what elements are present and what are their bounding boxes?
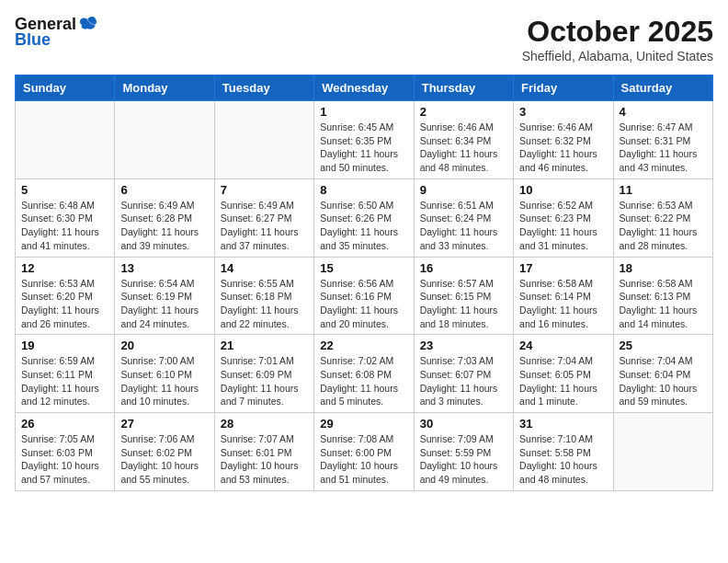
day-number: 22 bbox=[320, 339, 407, 352]
calendar-week-row: 26Sunrise: 7:05 AM Sunset: 6:03 PM Dayli… bbox=[16, 413, 713, 491]
calendar-day-8: 8Sunrise: 6:50 AM Sunset: 6:26 PM Daylig… bbox=[314, 178, 414, 257]
day-info: Sunrise: 6:52 AM Sunset: 6:23 PM Dayligh… bbox=[519, 199, 607, 253]
calendar-day-19: 19Sunrise: 6:59 AM Sunset: 6:11 PM Dayli… bbox=[16, 335, 115, 413]
day-number: 6 bbox=[120, 183, 208, 197]
day-info: Sunrise: 6:46 AM Sunset: 6:32 PM Dayligh… bbox=[519, 121, 607, 175]
calendar-day-9: 9Sunrise: 6:51 AM Sunset: 6:24 PM Daylig… bbox=[414, 178, 513, 257]
calendar-day-27: 27Sunrise: 7:06 AM Sunset: 6:02 PM Dayli… bbox=[115, 413, 214, 491]
day-info: Sunrise: 6:49 AM Sunset: 6:28 PM Dayligh… bbox=[120, 199, 208, 253]
logo-bird-icon bbox=[78, 16, 98, 34]
day-number: 25 bbox=[620, 339, 707, 352]
calendar-day-21: 21Sunrise: 7:01 AM Sunset: 6:09 PM Dayli… bbox=[214, 335, 313, 413]
day-info: Sunrise: 7:06 AM Sunset: 6:02 PM Dayligh… bbox=[120, 432, 208, 487]
day-info: Sunrise: 6:47 AM Sunset: 6:31 PM Dayligh… bbox=[620, 121, 707, 175]
day-info: Sunrise: 7:05 AM Sunset: 6:03 PM Dayligh… bbox=[21, 432, 108, 487]
day-number: 18 bbox=[620, 261, 707, 275]
location-text: Sheffield, Alabama, United States bbox=[522, 49, 713, 63]
day-number: 20 bbox=[120, 339, 208, 352]
day-info: Sunrise: 6:50 AM Sunset: 6:26 PM Dayligh… bbox=[320, 199, 407, 253]
weekday-header-row: SundayMondayTuesdayWednesdayThursdayFrid… bbox=[16, 75, 713, 101]
calendar-day-29: 29Sunrise: 7:08 AM Sunset: 6:00 PM Dayli… bbox=[314, 413, 414, 491]
title-section: October 2025 Sheffield, Alabama, United … bbox=[522, 15, 713, 63]
calendar-empty-cell bbox=[214, 101, 313, 179]
day-info: Sunrise: 6:58 AM Sunset: 6:14 PM Dayligh… bbox=[519, 277, 607, 331]
calendar-week-row: 19Sunrise: 6:59 AM Sunset: 6:11 PM Dayli… bbox=[16, 335, 713, 413]
day-info: Sunrise: 7:09 AM Sunset: 5:59 PM Dayligh… bbox=[420, 432, 507, 487]
day-number: 13 bbox=[120, 261, 208, 275]
calendar-day-10: 10Sunrise: 6:52 AM Sunset: 6:23 PM Dayli… bbox=[514, 178, 613, 257]
calendar-day-17: 17Sunrise: 6:58 AM Sunset: 6:14 PM Dayli… bbox=[514, 257, 613, 335]
day-number: 16 bbox=[420, 261, 507, 275]
calendar-day-14: 14Sunrise: 6:55 AM Sunset: 6:18 PM Dayli… bbox=[214, 257, 313, 335]
day-info: Sunrise: 6:46 AM Sunset: 6:34 PM Dayligh… bbox=[420, 121, 507, 175]
calendar-day-28: 28Sunrise: 7:07 AM Sunset: 6:01 PM Dayli… bbox=[214, 413, 313, 491]
calendar-week-row: 5Sunrise: 6:48 AM Sunset: 6:30 PM Daylig… bbox=[16, 178, 713, 257]
logo-blue-text: Blue bbox=[15, 30, 51, 50]
weekday-header-wednesday: Wednesday bbox=[314, 75, 414, 101]
day-number: 4 bbox=[620, 105, 707, 119]
calendar-day-7: 7Sunrise: 6:49 AM Sunset: 6:27 PM Daylig… bbox=[214, 178, 313, 257]
day-number: 31 bbox=[519, 417, 607, 431]
day-info: Sunrise: 7:08 AM Sunset: 6:00 PM Dayligh… bbox=[320, 432, 407, 487]
day-info: Sunrise: 7:07 AM Sunset: 6:01 PM Dayligh… bbox=[221, 432, 308, 487]
day-info: Sunrise: 7:01 AM Sunset: 6:09 PM Dayligh… bbox=[221, 354, 308, 408]
weekday-header-thursday: Thursday bbox=[414, 75, 513, 101]
day-number: 2 bbox=[420, 105, 507, 119]
calendar-day-2: 2Sunrise: 6:46 AM Sunset: 6:34 PM Daylig… bbox=[414, 101, 513, 179]
day-info: Sunrise: 7:04 AM Sunset: 6:04 PM Dayligh… bbox=[620, 354, 707, 408]
calendar-day-30: 30Sunrise: 7:09 AM Sunset: 5:59 PM Dayli… bbox=[414, 413, 513, 491]
day-number: 30 bbox=[420, 417, 507, 431]
calendar-day-12: 12Sunrise: 6:53 AM Sunset: 6:20 PM Dayli… bbox=[16, 257, 115, 335]
day-number: 14 bbox=[221, 261, 308, 275]
day-number: 19 bbox=[21, 339, 108, 352]
day-info: Sunrise: 7:03 AM Sunset: 6:07 PM Dayligh… bbox=[420, 354, 507, 408]
day-number: 23 bbox=[420, 339, 507, 352]
calendar-day-18: 18Sunrise: 6:58 AM Sunset: 6:13 PM Dayli… bbox=[613, 257, 712, 335]
calendar-day-23: 23Sunrise: 7:03 AM Sunset: 6:07 PM Dayli… bbox=[414, 335, 513, 413]
day-number: 28 bbox=[221, 417, 308, 431]
day-info: Sunrise: 7:00 AM Sunset: 6:10 PM Dayligh… bbox=[120, 354, 208, 408]
calendar-day-11: 11Sunrise: 6:53 AM Sunset: 6:22 PM Dayli… bbox=[613, 178, 712, 257]
calendar-day-20: 20Sunrise: 7:00 AM Sunset: 6:10 PM Dayli… bbox=[115, 335, 214, 413]
calendar-day-16: 16Sunrise: 6:57 AM Sunset: 6:15 PM Dayli… bbox=[414, 257, 513, 335]
day-info: Sunrise: 6:45 AM Sunset: 6:35 PM Dayligh… bbox=[320, 121, 407, 175]
calendar-week-row: 1Sunrise: 6:45 AM Sunset: 6:35 PM Daylig… bbox=[16, 101, 713, 179]
day-info: Sunrise: 6:58 AM Sunset: 6:13 PM Dayligh… bbox=[620, 277, 707, 331]
day-info: Sunrise: 6:54 AM Sunset: 6:19 PM Dayligh… bbox=[120, 277, 208, 331]
calendar-day-15: 15Sunrise: 6:56 AM Sunset: 6:16 PM Dayli… bbox=[314, 257, 414, 335]
day-info: Sunrise: 6:48 AM Sunset: 6:30 PM Dayligh… bbox=[21, 199, 108, 253]
day-number: 29 bbox=[320, 417, 407, 431]
day-number: 3 bbox=[519, 105, 607, 119]
calendar-day-31: 31Sunrise: 7:10 AM Sunset: 5:58 PM Dayli… bbox=[514, 413, 613, 491]
calendar-day-4: 4Sunrise: 6:47 AM Sunset: 6:31 PM Daylig… bbox=[613, 101, 712, 179]
day-number: 26 bbox=[21, 417, 108, 431]
calendar-day-5: 5Sunrise: 6:48 AM Sunset: 6:30 PM Daylig… bbox=[16, 178, 115, 257]
day-info: Sunrise: 6:55 AM Sunset: 6:18 PM Dayligh… bbox=[221, 277, 308, 331]
calendar-table: SundayMondayTuesdayWednesdayThursdayFrid… bbox=[15, 75, 713, 491]
day-number: 5 bbox=[21, 183, 108, 197]
day-info: Sunrise: 6:49 AM Sunset: 6:27 PM Dayligh… bbox=[221, 199, 308, 253]
calendar-day-1: 1Sunrise: 6:45 AM Sunset: 6:35 PM Daylig… bbox=[314, 101, 414, 179]
day-number: 24 bbox=[519, 339, 607, 352]
day-info: Sunrise: 6:53 AM Sunset: 6:20 PM Dayligh… bbox=[21, 277, 108, 331]
logo: General Blue bbox=[15, 15, 98, 50]
calendar-empty-cell bbox=[115, 101, 214, 179]
day-number: 10 bbox=[519, 183, 607, 197]
day-number: 12 bbox=[21, 261, 108, 275]
weekday-header-sunday: Sunday bbox=[16, 75, 115, 101]
weekday-header-saturday: Saturday bbox=[613, 75, 712, 101]
day-info: Sunrise: 6:59 AM Sunset: 6:11 PM Dayligh… bbox=[21, 354, 108, 408]
weekday-header-monday: Monday bbox=[115, 75, 214, 101]
day-info: Sunrise: 6:56 AM Sunset: 6:16 PM Dayligh… bbox=[320, 277, 407, 331]
day-number: 11 bbox=[620, 183, 707, 197]
day-number: 17 bbox=[519, 261, 607, 275]
day-number: 1 bbox=[320, 105, 407, 119]
calendar-empty-cell bbox=[16, 101, 115, 179]
calendar-day-22: 22Sunrise: 7:02 AM Sunset: 6:08 PM Dayli… bbox=[314, 335, 414, 413]
month-title: October 2025 bbox=[522, 15, 713, 49]
day-info: Sunrise: 6:53 AM Sunset: 6:22 PM Dayligh… bbox=[620, 199, 707, 253]
weekday-header-friday: Friday bbox=[514, 75, 613, 101]
calendar-week-row: 12Sunrise: 6:53 AM Sunset: 6:20 PM Dayli… bbox=[16, 257, 713, 335]
calendar-day-26: 26Sunrise: 7:05 AM Sunset: 6:03 PM Dayli… bbox=[16, 413, 115, 491]
calendar-day-6: 6Sunrise: 6:49 AM Sunset: 6:28 PM Daylig… bbox=[115, 178, 214, 257]
